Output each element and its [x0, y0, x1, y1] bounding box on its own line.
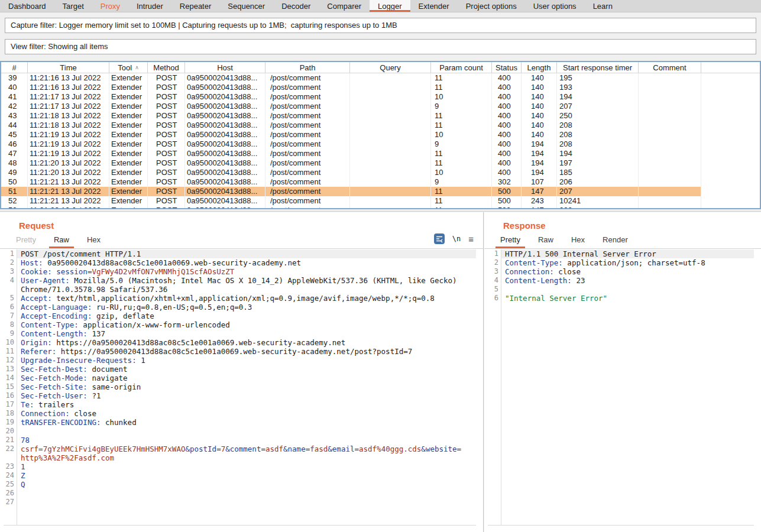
line-number: 5 — [488, 285, 501, 294]
table-row[interactable]: 4311:21:18 13 Jul 2022ExtenderPOST0a9500… — [1, 111, 760, 121]
column-header-comment[interactable]: Comment — [639, 62, 701, 73]
response-title: Response — [503, 220, 546, 231]
cell-length: 147 — [522, 187, 557, 196]
table-row[interactable]: 4711:21:19 13 Jul 2022ExtenderPOST0a9500… — [1, 149, 760, 158]
request-tab-raw[interactable]: Raw — [49, 235, 74, 248]
cell--: 49 — [1, 168, 28, 177]
code-line: 4User-Agent: Mozilla/5.0 (Macintosh; Int… — [4, 276, 476, 285]
row-filler — [701, 177, 760, 187]
cell-host: 0a9500020413d88... — [185, 111, 265, 121]
cell-start-response-timer: 207 — [557, 102, 639, 111]
column-header-time[interactable]: Time — [28, 62, 109, 73]
column-header--[interactable]: # — [1, 62, 28, 73]
newline-toggle-icon[interactable]: \n — [452, 235, 461, 243]
table-row[interactable]: 4011:21:16 13 Jul 2022ExtenderPOST0a9500… — [1, 83, 760, 92]
code-line: 5 — [488, 285, 754, 294]
response-tab-raw[interactable]: Raw — [533, 235, 558, 248]
line-number: 14 — [4, 374, 17, 382]
column-header-host[interactable]: Host — [185, 62, 265, 73]
cell-param-count: 11 — [431, 187, 492, 196]
cell-tool: Extender — [109, 177, 148, 187]
table-row[interactable]: 3911:21:16 13 Jul 2022ExtenderPOST0a9500… — [1, 73, 760, 83]
cell-start-response-timer: 206 — [557, 177, 639, 187]
table-row[interactable]: 4111:21:17 13 Jul 2022ExtenderPOST0a9500… — [1, 92, 760, 102]
view-filter-bar[interactable]: View filter: Showing all items — [5, 39, 756, 54]
request-editor[interactable]: 1POST /post/comment HTTP/1.12Host: 0a950… — [4, 249, 476, 525]
cell-start-response-timer: 195 — [557, 73, 639, 83]
table-row[interactable]: 4911:21:20 13 Jul 2022ExtenderPOST0a9500… — [1, 168, 760, 177]
code-line: 6Accept-Language: ru-RU,ru;q=0.8,en-US;q… — [4, 303, 476, 312]
cell-host: 0a9500020413d88... — [185, 102, 265, 111]
column-header-status[interactable]: Status — [492, 62, 522, 73]
cell-start-response-timer: 222 — [557, 206, 639, 208]
top-tab-intruder[interactable]: Intruder — [128, 0, 171, 12]
column-header-path[interactable]: Path — [265, 62, 350, 73]
cell-time: 11:21:18 13 Jul 2022 — [28, 121, 109, 130]
pretty-print-icon[interactable] — [434, 233, 445, 244]
code-line: 24Z — [4, 471, 476, 480]
cell-host: 0a9500020413d88... — [185, 158, 265, 168]
cell-time: 11:21:16 13 Jul 2022 — [28, 83, 109, 92]
row-filler — [701, 158, 760, 168]
line-number: 1 — [4, 249, 17, 258]
cell-query — [350, 168, 431, 177]
cell-path: /post/comment — [265, 206, 350, 208]
top-tab-sequencer[interactable]: Sequencer — [219, 0, 273, 12]
cell-host: 0a9500020413d88... — [185, 177, 265, 187]
line-number — [4, 285, 17, 294]
top-tab-learn[interactable]: Learn — [585, 0, 621, 12]
table-row[interactable]: 4511:21:19 13 Jul 2022ExtenderPOST0a9500… — [1, 130, 760, 140]
top-tab-dashboard[interactable]: Dashboard — [0, 0, 54, 12]
code-line: Chrome/71.0.3578.98 Safari/537.36 — [4, 285, 476, 294]
column-header-start-response-timer[interactable]: Start response timer — [557, 62, 639, 73]
table-row[interactable]: 5011:21:21 13 Jul 2022ExtenderPOST0a9500… — [1, 177, 760, 187]
response-editor[interactable]: 1HTTP/1.1 500 Internal Server Error2Cont… — [488, 249, 754, 525]
top-tab-extender[interactable]: Extender — [410, 0, 458, 12]
code-line: 15Sec-Fetch-Site: same-origin — [4, 382, 476, 391]
capture-filter-bar[interactable]: Capture filter: Logger memory limit set … — [5, 18, 756, 33]
top-tab-logger[interactable]: Logger — [370, 0, 410, 12]
editor-menu-icon[interactable]: ≡ — [468, 234, 474, 244]
request-tab-hex[interactable]: Hex — [82, 235, 105, 248]
table-row[interactable]: 4611:21:19 13 Jul 2022ExtenderPOST0a9500… — [1, 140, 760, 149]
column-header-param-count[interactable]: Param count — [431, 62, 492, 73]
table-row[interactable]: 4811:21:20 13 Jul 2022ExtenderPOST0a9500… — [1, 158, 760, 168]
table-row[interactable]: 4411:21:18 13 Jul 2022ExtenderPOST0a9500… — [1, 121, 760, 130]
table-row[interactable]: 4211:21:17 13 Jul 2022ExtenderPOST0a9500… — [1, 102, 760, 111]
top-tab-comparer[interactable]: Comparer — [319, 0, 370, 12]
cell-param-count: 11 — [431, 121, 492, 130]
cell--: 43 — [1, 111, 28, 121]
top-tab-repeater[interactable]: Repeater — [171, 0, 219, 12]
table-row[interactable]: 5311:21:22 13 Jul 2022ExtenderPOST0a9500… — [1, 206, 760, 208]
cell-comment — [639, 206, 701, 208]
cell-length: 140 — [522, 121, 557, 130]
line-number: 25 — [4, 480, 17, 489]
response-panel: Response PrettyRawHexRender 1HTTP/1.1 50… — [484, 212, 761, 532]
line-number: 1 — [488, 249, 501, 258]
line-number: 3 — [488, 267, 501, 276]
cell-method: POST — [148, 196, 185, 206]
cell-start-response-timer: 185 — [557, 168, 639, 177]
request-tab-pretty[interactable]: Pretty — [11, 235, 41, 248]
cell-comment — [639, 149, 701, 158]
top-tab-proxy[interactable]: Proxy — [92, 0, 128, 12]
response-tab-hex[interactable]: Hex — [566, 235, 590, 248]
top-tab-target[interactable]: Target — [54, 0, 92, 12]
code-line: 27 — [4, 498, 476, 507]
column-header-query[interactable]: Query — [350, 62, 431, 73]
table-row[interactable]: 5111:21:21 13 Jul 2022ExtenderPOST0a9500… — [1, 187, 760, 196]
cell-param-count: 11 — [431, 206, 492, 208]
response-tab-render[interactable]: Render — [598, 235, 633, 248]
cell-query — [350, 121, 431, 130]
splitter[interactable] — [0, 211, 761, 212]
column-header-tool[interactable]: Tool∧ — [109, 62, 148, 73]
row-filler — [701, 130, 760, 140]
column-header-method[interactable]: Method — [148, 62, 185, 73]
column-header-length[interactable]: Length — [522, 62, 557, 73]
cell-method: POST — [148, 149, 185, 158]
table-row[interactable]: 5211:21:21 13 Jul 2022ExtenderPOST0a9500… — [1, 196, 760, 206]
response-tab-pretty[interactable]: Pretty — [496, 235, 525, 248]
top-tab-project-options[interactable]: Project options — [458, 0, 525, 12]
top-tab-user-options[interactable]: User options — [525, 0, 585, 12]
top-tab-decoder[interactable]: Decoder — [273, 0, 319, 12]
